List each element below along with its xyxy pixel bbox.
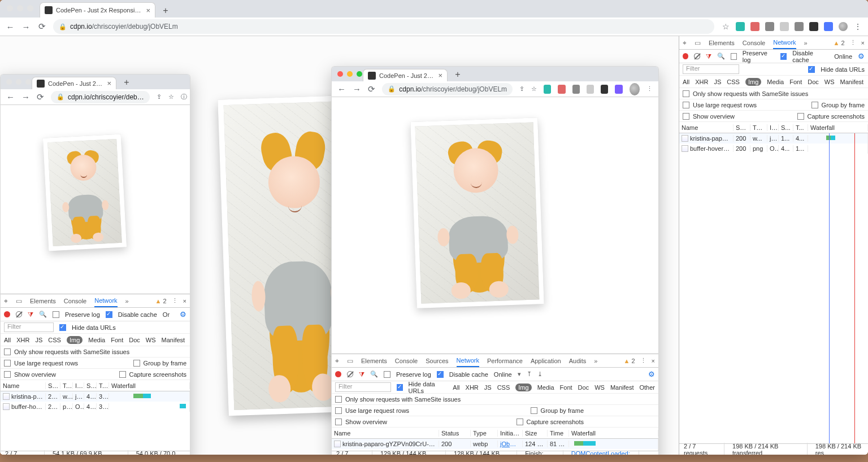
checkbox[interactable]: [517, 419, 523, 425]
devtools-tab[interactable]: Network: [457, 355, 479, 367]
devtools-tab[interactable]: Network: [773, 37, 796, 49]
forward-button[interactable]: →: [353, 85, 361, 94]
filter-input[interactable]: Filter: [4, 322, 54, 332]
reload-button[interactable]: ⟳: [37, 93, 44, 102]
type-filter[interactable]: AllXHRJSCSSImgMediaFontDocWSManifestOthe…: [4, 336, 190, 344]
devtools-tab[interactable]: Network: [94, 295, 117, 307]
checkbox[interactable]: [335, 396, 342, 403]
record-button[interactable]: [4, 311, 10, 317]
devtools-tab[interactable]: Elements: [361, 355, 387, 367]
forward-button[interactable]: →: [21, 22, 31, 31]
filter-input[interactable]: Filter: [683, 64, 739, 74]
close-tab-icon[interactable]: ×: [146, 6, 150, 15]
devtools-tab[interactable]: Elements: [30, 295, 56, 307]
settings-icon[interactable]: ⚙: [648, 370, 655, 378]
checkbox[interactable]: [4, 348, 11, 355]
extension-icon[interactable]: [587, 85, 594, 94]
browser-tab[interactable]: CodePen - Just 2x Responsive I ×: [32, 77, 116, 89]
search-icon[interactable]: 🔍: [39, 311, 47, 318]
filter-icon[interactable]: ⧩: [28, 311, 33, 319]
browser-tab[interactable]: CodePen - Just 2x Responsive I… ×: [40, 2, 155, 18]
star-icon[interactable]: ☆: [168, 93, 174, 101]
throttle-select[interactable]: Online: [494, 371, 512, 378]
record-button[interactable]: [683, 53, 688, 59]
more-tabs-icon[interactable]: »: [594, 358, 597, 364]
network-table-header[interactable]: NameStatusTypeInitiatorSizeTimeWaterfall: [332, 428, 658, 439]
devtools-tab[interactable]: Sources: [426, 355, 448, 367]
devtools-tab[interactable]: Console: [395, 355, 418, 367]
share-icon[interactable]: ⇪: [519, 85, 524, 93]
profile-avatar[interactable]: [630, 83, 640, 95]
type-filter[interactable]: AllXHRJSCSSImgMediaFontDocWSManifestOthe…: [453, 383, 655, 391]
disable-cache-checkbox[interactable]: [437, 371, 444, 378]
throttle-select[interactable]: Or: [163, 311, 170, 318]
close-tab-icon[interactable]: ×: [107, 79, 111, 88]
checkbox[interactable]: [4, 360, 11, 367]
network-table[interactable]: kristina-paparo-gYZPVn09CrU-unsplash...2…: [332, 439, 658, 451]
back-button[interactable]: ←: [6, 22, 15, 31]
new-tab-button[interactable]: +: [120, 76, 133, 89]
filter-icon[interactable]: ⧩: [359, 371, 364, 378]
extension-icon[interactable]: [809, 22, 818, 31]
settings-icon[interactable]: ⚙: [180, 310, 186, 319]
devtools-tab[interactable]: Audits: [569, 355, 587, 367]
share-icon[interactable]: ⇪: [157, 93, 162, 101]
checkbox[interactable]: [683, 90, 689, 97]
close-devtools-icon[interactable]: ×: [183, 298, 186, 304]
reload-button[interactable]: ⟳: [368, 85, 375, 94]
warning-count[interactable]: 2: [163, 298, 166, 304]
window-traffic-lights[interactable]: [6, 79, 31, 85]
devtools-menu-icon[interactable]: ⋮: [850, 39, 856, 46]
close-tab-icon[interactable]: ×: [438, 71, 442, 80]
warning-count[interactable]: 2: [841, 40, 844, 46]
extension-icon[interactable]: [544, 85, 551, 94]
star-icon[interactable]: ☆: [721, 22, 730, 31]
browser-tab[interactable]: CodePen - Just 2x Responsive I ×: [363, 69, 448, 81]
new-tab-button[interactable]: +: [159, 4, 172, 18]
reload-button[interactable]: ⟳: [37, 22, 46, 31]
checkbox[interactable]: [335, 407, 342, 414]
filter-input[interactable]: Filter: [335, 382, 391, 392]
network-table[interactable]: kristina-paparo-g...200w...j...1...4... …: [679, 133, 868, 443]
profile-avatar[interactable]: [839, 22, 848, 31]
close-devtools-icon[interactable]: ×: [652, 358, 655, 364]
device-toggle-icon[interactable]: ▭: [347, 357, 353, 365]
back-button[interactable]: ←: [6, 93, 15, 102]
more-tabs-icon[interactable]: »: [125, 298, 129, 304]
device-toggle-icon[interactable]: ▭: [16, 297, 22, 305]
extension-icon[interactable]: [572, 85, 580, 94]
extension-icon[interactable]: [824, 22, 833, 31]
menu-icon[interactable]: ⋮: [646, 85, 653, 93]
address-bar[interactable]: 🔒 cdpn.io/chriscoyier/debug/jObVELm: [53, 19, 714, 34]
record-button[interactable]: [335, 371, 341, 377]
devtools-tab[interactable]: Application: [531, 355, 561, 367]
extension-icon[interactable]: [558, 85, 565, 94]
star-icon[interactable]: ☆: [531, 85, 537, 93]
devtools-tab[interactable]: Console: [743, 37, 765, 49]
info-icon[interactable]: ⓘ: [181, 93, 187, 101]
window-traffic-lights[interactable]: [7, 5, 33, 11]
search-icon[interactable]: 🔍: [370, 371, 378, 378]
disable-cache-checkbox[interactable]: [780, 53, 787, 60]
forward-button[interactable]: →: [21, 93, 30, 102]
device-toggle-icon[interactable]: ▭: [695, 39, 701, 47]
settings-icon[interactable]: ⚙: [858, 52, 865, 60]
type-filter[interactable]: AllXHRJSCSSImgMediaFontDocWSManifestOthe…: [683, 78, 868, 86]
network-table-header[interactable]: NameSta...TypeI...S...T...Waterfall: [679, 122, 868, 133]
extension-icon[interactable]: [615, 85, 622, 94]
checkbox[interactable]: [531, 407, 537, 414]
filter-icon[interactable]: ⧩: [706, 53, 711, 60]
extension-icon[interactable]: [750, 22, 760, 31]
new-tab-button[interactable]: +: [451, 68, 465, 81]
address-bar[interactable]: 🔒 cdpn.io/chriscoyier/deb…: [51, 91, 150, 103]
checkbox[interactable]: [133, 360, 140, 367]
inspect-icon[interactable]: ⌖: [4, 297, 8, 305]
hide-data-urls-checkbox[interactable]: [397, 384, 403, 391]
extension-icon[interactable]: [601, 85, 608, 94]
warning-count[interactable]: 2: [631, 358, 635, 364]
clear-button[interactable]: [16, 311, 22, 317]
checkbox[interactable]: [683, 102, 689, 108]
download-icon[interactable]: ⤓: [537, 371, 542, 378]
inspect-icon[interactable]: ⌖: [335, 357, 339, 365]
network-table[interactable]: kristina-papa...200w...j...4...3... buff…: [1, 391, 190, 451]
